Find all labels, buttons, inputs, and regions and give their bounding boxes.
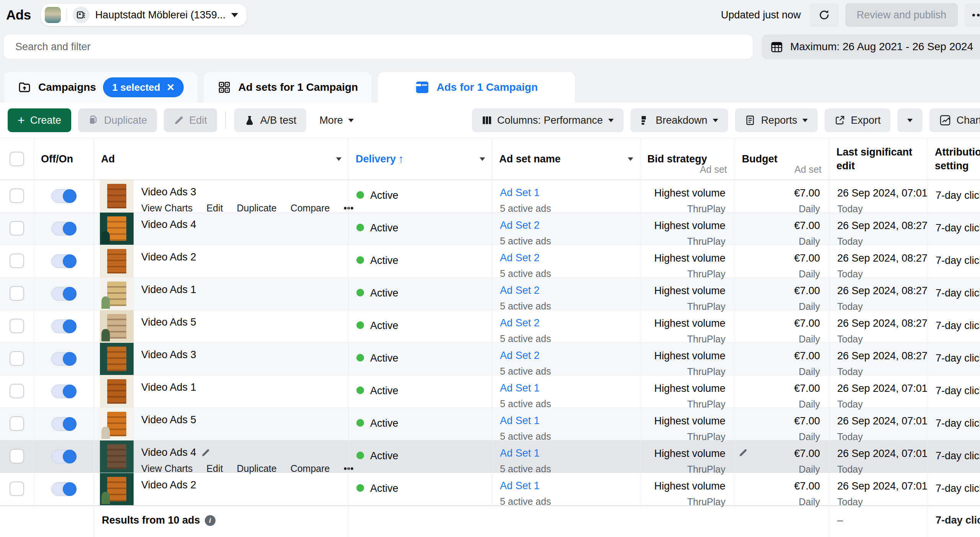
row-ad-cell: Video Ads 1 View ChartsEditDuplicateComp… — [94, 375, 348, 410]
export-button[interactable]: Export — [825, 108, 890, 132]
row-checkbox[interactable] — [10, 449, 24, 463]
ad-on-off-toggle[interactable] — [51, 222, 77, 236]
row-last-edit-cell: 26 Sep 2024, 07:01 Today — [829, 408, 928, 442]
toggle-knob — [63, 222, 77, 236]
columns-button[interactable]: Columns: Performance — [472, 108, 624, 132]
ad-thumbnail[interactable] — [100, 440, 134, 473]
row-checkbox[interactable] — [10, 416, 24, 431]
row-checkbox[interactable] — [10, 351, 24, 366]
ad-thumbnail[interactable] — [100, 473, 134, 505]
date-range-selector[interactable]: Maximum: 26 Aug 2021 - 26 Sep 2024 — [762, 34, 980, 59]
row-action-compare[interactable]: Compare — [291, 463, 330, 474]
tab-ads[interactable]: Ads for 1 Campaign — [378, 72, 575, 103]
ad-thumbnail[interactable] — [100, 180, 134, 212]
adset-link[interactable]: Ad Set 1 — [500, 480, 633, 492]
more-button[interactable]: More — [313, 108, 360, 132]
delivery-status: Active — [370, 319, 399, 332]
ab-test-button[interactable]: A/B test — [234, 108, 307, 132]
row-action-view-charts[interactable]: View Charts — [141, 203, 193, 214]
ad-on-off-toggle[interactable] — [51, 450, 77, 463]
adset-link[interactable]: Ad Set 2 — [500, 252, 633, 264]
column-header-delivery[interactable]: Delivery ↑ — [348, 138, 492, 180]
adset-link[interactable]: Ad Set 1 — [500, 415, 633, 427]
ad-name[interactable]: Video Ads 2 — [141, 251, 196, 263]
ad-name[interactable]: Video Ads 1 — [141, 284, 196, 296]
export-label: Export — [851, 115, 880, 126]
adset-link[interactable]: Ad Set 2 — [500, 285, 633, 296]
attribution-value: 7-day click — [936, 320, 980, 331]
ad-thumbnail[interactable] — [100, 343, 134, 375]
ad-thumbnail[interactable] — [100, 213, 134, 245]
row-action-duplicate[interactable]: Duplicate — [237, 463, 276, 474]
column-header-bid-strategy[interactable]: Bid strategy Ad set — [640, 138, 735, 180]
reports-button[interactable]: Reports — [735, 108, 818, 132]
row-checkbox[interactable] — [10, 286, 24, 301]
last-edit-label: Last significant edit — [836, 145, 921, 173]
adset-link[interactable]: Ad Set 2 — [500, 317, 633, 329]
ad-on-off-toggle[interactable] — [51, 287, 77, 301]
row-checkbox[interactable] — [10, 384, 24, 398]
ad-on-off-toggle[interactable] — [51, 417, 77, 431]
column-header-ad[interactable]: Ad — [94, 138, 348, 180]
search-input[interactable]: Search and filter — [4, 34, 753, 59]
row-checkbox[interactable] — [10, 481, 24, 496]
more-options-button[interactable]: ••• — [965, 3, 980, 27]
column-header-attribution[interactable]: Attribution setting — [928, 138, 980, 180]
select-all-checkbox[interactable] — [10, 152, 24, 166]
ad-on-off-toggle[interactable] — [51, 352, 77, 366]
refresh-button[interactable] — [810, 3, 838, 27]
ad-thumbnail[interactable] — [100, 245, 134, 277]
ad-thumbnail[interactable] — [100, 278, 134, 310]
ad-on-off-toggle[interactable] — [51, 189, 77, 203]
row-checkbox[interactable] — [10, 188, 24, 203]
tab-campaigns[interactable]: Campaigns 1 selected ✕ — [4, 72, 198, 103]
adset-link[interactable]: Ad Set 1 — [500, 187, 633, 199]
chevron-down-icon[interactable] — [480, 157, 485, 161]
row-attribution-cell: 7-day click — [928, 245, 980, 280]
chevron-down-icon[interactable] — [336, 157, 341, 161]
ad-on-off-toggle[interactable] — [51, 482, 77, 496]
ad-on-off-toggle[interactable] — [51, 385, 77, 398]
ad-name[interactable]: Video Ads 3 — [141, 349, 196, 361]
row-delivery-cell: Active — [348, 245, 492, 280]
row-action-duplicate[interactable]: Duplicate — [237, 203, 276, 214]
row-action-edit[interactable]: Edit — [206, 463, 223, 474]
column-header-last-edit[interactable]: Last significant edit — [829, 138, 928, 180]
edit-name-pencil-icon[interactable] — [201, 448, 210, 457]
ad-thumbnail[interactable] — [100, 375, 134, 408]
ad-name[interactable]: Video Ads 2 — [141, 479, 196, 491]
ad-thumbnail[interactable] — [100, 408, 134, 440]
ad-name[interactable]: Video Ads 4 — [141, 447, 196, 458]
row-action-compare[interactable]: Compare — [291, 203, 330, 214]
budget-value: €7.00 — [740, 285, 820, 297]
row-checkbox[interactable] — [10, 319, 24, 333]
create-button[interactable]: + Create — [8, 108, 71, 132]
ad-name[interactable]: Video Ads 3 — [141, 186, 196, 198]
clear-selection-icon[interactable]: ✕ — [167, 82, 175, 93]
adset-link[interactable]: Ad Set 1 — [500, 382, 633, 394]
row-checkbox[interactable] — [10, 221, 24, 236]
adset-link[interactable]: Ad Set 2 — [500, 350, 633, 362]
table-summary-row: Results from 10 ads i – 7-day click — [0, 506, 980, 537]
ad-name[interactable]: Video Ads 5 — [141, 414, 196, 426]
ad-name[interactable]: Video Ads 1 — [141, 381, 196, 393]
column-header-budget[interactable]: Budget Ad set — [735, 138, 829, 180]
breakdown-button[interactable]: Breakdown — [630, 108, 728, 132]
ad-name[interactable]: Video Ads 5 — [141, 316, 196, 328]
column-header-adset-name[interactable]: Ad set name — [492, 138, 640, 180]
chevron-down-icon[interactable] — [628, 157, 633, 161]
info-icon[interactable]: i — [205, 515, 216, 526]
ad-on-off-toggle[interactable] — [51, 319, 77, 333]
ad-name[interactable]: Video Ads 4 — [141, 219, 196, 231]
adset-link[interactable]: Ad Set 1 — [500, 447, 633, 459]
row-checkbox[interactable] — [10, 254, 24, 268]
row-action-edit[interactable]: Edit — [206, 203, 223, 214]
tab-ad-sets[interactable]: Ad sets for 1 Campaign — [204, 72, 372, 103]
ad-thumbnail[interactable] — [100, 310, 134, 342]
export-options-button[interactable] — [897, 108, 923, 132]
charts-button[interactable]: Charts — [929, 108, 980, 132]
adset-link[interactable]: Ad Set 2 — [500, 219, 633, 231]
account-selector[interactable]: Hauptstadt Möblerei (1359... — [41, 4, 247, 26]
row-action-view-charts[interactable]: View Charts — [141, 463, 193, 474]
ad-on-off-toggle[interactable] — [51, 254, 77, 268]
